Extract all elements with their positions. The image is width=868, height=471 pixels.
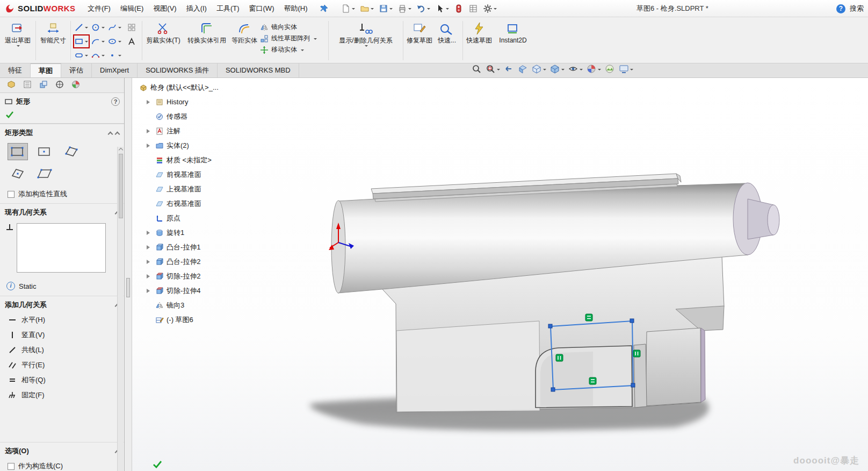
- undo-button[interactable]: [415, 3, 432, 15]
- section-options[interactable]: 选项(O): [0, 442, 124, 459]
- parallelogram-option[interactable]: [34, 165, 55, 182]
- existing-relations-listbox[interactable]: [17, 223, 106, 273]
- graphics-area[interactable]: 枪身 (默认<<默认>_... History 传感器 注解 实体(2): [132, 78, 868, 471]
- tree-item-revolve1[interactable]: 旋转1: [139, 225, 219, 240]
- tree-item-material[interactable]: 材质 <未指定>: [139, 153, 219, 167]
- display-style-icon[interactable]: [550, 64, 565, 74]
- configuration-manager-tab-icon[interactable]: [39, 80, 48, 91]
- relation-equal-button[interactable]: 相等(Q): [0, 373, 124, 388]
- ellipse-tool[interactable]: [106, 34, 123, 48]
- tab-sketch[interactable]: 草图: [31, 63, 61, 77]
- instant2d-button[interactable]: Instant2D: [493, 19, 533, 62]
- menu-tools[interactable]: 工具(T): [212, 2, 244, 16]
- print-button[interactable]: [396, 3, 413, 15]
- rebuild-button[interactable]: [452, 3, 465, 15]
- point-tool[interactable]: [106, 48, 123, 62]
- text-tool[interactable]: [123, 34, 140, 48]
- as-construction-checkbox-row[interactable]: 作为构造线(C): [0, 459, 124, 471]
- tree-item-cut-extrude4[interactable]: 切除-拉伸4: [139, 283, 219, 298]
- tree-root[interactable]: 枪身 (默认<<默认>_...: [139, 80, 219, 95]
- tab-evaluate[interactable]: 评估: [61, 63, 92, 77]
- center-rectangle-option[interactable]: [34, 143, 55, 160]
- mirror-entities-button[interactable]: 镜向实体: [257, 22, 326, 33]
- quick-snaps-button[interactable]: 快速...: [433, 19, 460, 62]
- slot-tool[interactable]: [73, 48, 90, 62]
- display-manager-tab-icon[interactable]: [71, 80, 81, 91]
- move-entities-button[interactable]: 移动实体: [257, 44, 326, 55]
- tree-item-cut-extrude2[interactable]: 切除-拉伸2: [139, 269, 219, 283]
- rectangle-tool[interactable]: [73, 34, 90, 48]
- tree-item-annotations[interactable]: 注解: [139, 124, 219, 138]
- panel-splitter[interactable]: [125, 78, 132, 471]
- tree-item-boss-extrude1[interactable]: 凸台-拉伸1: [139, 240, 219, 254]
- open-document-button[interactable]: [358, 3, 375, 15]
- dimxpert-manager-tab-icon[interactable]: [55, 80, 64, 91]
- smart-dimension-button[interactable]: 智能尺寸: [38, 19, 68, 62]
- tab-dimxpert[interactable]: DimXpert: [92, 63, 138, 77]
- new-document-button[interactable]: [339, 3, 357, 15]
- panel-scrollbar[interactable]: [117, 147, 124, 471]
- offset-entities-button[interactable]: 等距实体: [232, 19, 257, 62]
- linear-sketch-pattern-button[interactable]: 线性草图阵列: [257, 33, 326, 44]
- save-button[interactable]: [377, 3, 394, 15]
- pin-menu-icon[interactable]: [318, 3, 330, 14]
- rapid-sketch-button[interactable]: 快速草图: [465, 19, 493, 62]
- line-tool[interactable]: [73, 20, 90, 34]
- circle-tool[interactable]: [90, 20, 106, 34]
- three-point-arc-tool[interactable]: [90, 48, 106, 62]
- apply-scene-icon[interactable]: [605, 64, 615, 74]
- hide-show-items-icon[interactable]: [568, 64, 583, 74]
- tree-item-top-plane[interactable]: 上视基准面: [139, 182, 219, 196]
- zoom-area-icon[interactable]: [486, 64, 500, 74]
- pm-help-icon[interactable]: ?: [111, 97, 120, 106]
- help-icon[interactable]: ?: [836, 4, 845, 13]
- select-cursor-button[interactable]: [433, 3, 451, 15]
- pm-ok-button[interactable]: [0, 109, 124, 124]
- relation-parallel-button[interactable]: 平行(E): [0, 358, 124, 373]
- tree-item-solid-bodies[interactable]: 实体(2): [139, 138, 219, 153]
- zoom-fit-icon[interactable]: [472, 64, 482, 74]
- menu-window[interactable]: 窗口(W): [244, 2, 279, 16]
- tree-item-sensors[interactable]: 传感器: [139, 109, 219, 124]
- tree-item-boss-extrude2[interactable]: 凸台-拉伸2: [139, 254, 219, 269]
- view-settings-icon[interactable]: [619, 64, 633, 74]
- property-manager-tab-icon[interactable]: [23, 80, 32, 91]
- tree-item-sketch6[interactable]: (-) 草图6: [139, 312, 219, 327]
- search-label[interactable]: 搜索: [850, 4, 864, 13]
- last-view-icon[interactable]: [504, 64, 514, 74]
- tree-item-front-plane[interactable]: 前视基准面: [139, 167, 219, 182]
- menu-view[interactable]: 视图(V): [148, 2, 181, 16]
- tree-item-right-plane[interactable]: 右视基准面: [139, 196, 219, 211]
- three-point-center-rectangle-option[interactable]: [8, 165, 28, 182]
- section-add-relations[interactable]: 添加几何关系: [0, 296, 124, 312]
- corner-rectangle-option[interactable]: [8, 143, 28, 160]
- tree-item-origin[interactable]: 原点: [139, 211, 219, 225]
- add-construction-lines-checkbox[interactable]: [8, 191, 15, 198]
- section-existing-relations[interactable]: 现有几何关系: [0, 203, 124, 220]
- arc-tool[interactable]: [90, 34, 106, 48]
- convert-entities-button[interactable]: 转换实体引用: [182, 19, 232, 62]
- repair-sketch-button[interactable]: 修复草图: [406, 19, 433, 62]
- display-delete-relations-button[interactable]: 显示/删除几何关系: [331, 19, 401, 62]
- section-rectangle-type[interactable]: 矩形类型: [0, 124, 124, 140]
- spline-tool[interactable]: [106, 20, 123, 34]
- splitter-grip[interactable]: [126, 278, 130, 297]
- edit-appearance-icon[interactable]: [587, 64, 601, 74]
- as-construction-checkbox[interactable]: [8, 463, 15, 470]
- tab-addins[interactable]: SOLIDWORKS 插件: [138, 63, 218, 77]
- exit-sketch-button[interactable]: 退出草图: [2, 19, 33, 62]
- view-orientation-icon[interactable]: [532, 64, 546, 74]
- menu-file[interactable]: 文件(F): [83, 2, 115, 16]
- three-point-corner-rectangle-option[interactable]: [61, 143, 82, 160]
- feature-manager-tab-icon[interactable]: [6, 80, 16, 91]
- relation-vertical-button[interactable]: 竖直(V): [0, 327, 124, 342]
- menu-insert[interactable]: 插入(I): [182, 2, 212, 16]
- options-gear-button[interactable]: [481, 3, 498, 15]
- tab-mbd[interactable]: SOLIDWORKS MBD: [218, 63, 299, 77]
- menu-edit[interactable]: 编辑(E): [115, 2, 148, 16]
- tree-item-history[interactable]: History: [139, 95, 219, 109]
- polygon-tool[interactable]: [123, 20, 140, 34]
- file-properties-button[interactable]: [467, 3, 480, 15]
- trim-entities-button[interactable]: 剪裁实体(T): [144, 19, 182, 62]
- relation-fix-button[interactable]: 固定(F): [0, 388, 124, 403]
